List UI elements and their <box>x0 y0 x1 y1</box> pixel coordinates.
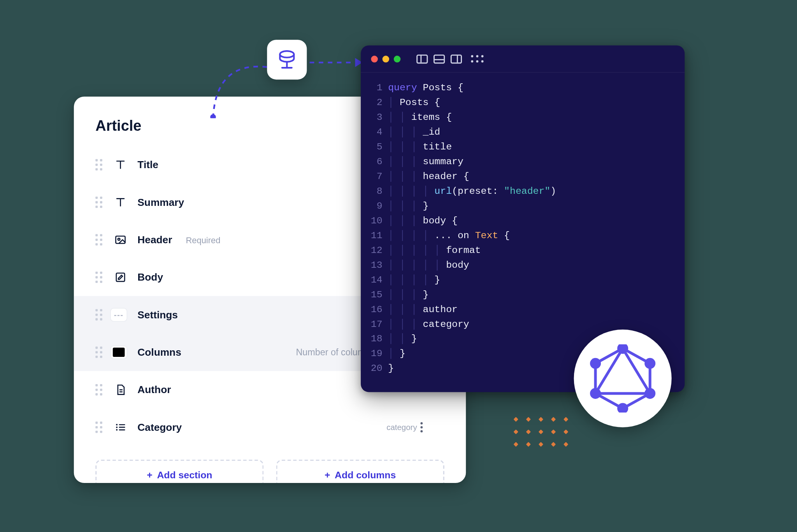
image-icon <box>114 233 127 247</box>
text-icon <box>114 158 127 172</box>
drag-handle-icon[interactable] <box>95 159 103 170</box>
svg-point-18 <box>590 358 601 369</box>
svg-rect-3 <box>113 348 125 357</box>
add-columns-label: Add columns <box>335 470 396 481</box>
drag-handle-icon[interactable] <box>95 272 103 283</box>
plus-icon: + <box>147 470 153 481</box>
graphql-badge <box>574 330 672 427</box>
field-row-category[interactable]: Categorycategory <box>74 409 466 446</box>
drag-handle-icon[interactable] <box>95 421 103 433</box>
database-icon <box>276 49 298 70</box>
code-titlebar <box>361 46 685 73</box>
text-icon <box>114 195 127 209</box>
field-tag: category <box>386 423 417 432</box>
plus-icon: + <box>325 470 330 481</box>
field-label: Settings <box>137 309 178 321</box>
add-section-label: Add section <box>157 470 212 481</box>
edit-icon <box>114 270 127 284</box>
field-label: Body <box>137 271 163 283</box>
field-label: Header <box>137 234 172 246</box>
window-traffic-lights[interactable] <box>371 55 400 62</box>
svg-rect-2 <box>116 273 125 281</box>
drag-handle-icon[interactable] <box>95 384 103 395</box>
field-label: Title <box>137 159 158 171</box>
svg-point-5 <box>116 427 118 428</box>
add-columns-button[interactable]: + Add columns <box>276 460 444 483</box>
layout-toggles[interactable] <box>416 54 462 63</box>
dash-icon: --- <box>110 308 127 321</box>
connector-arrow-right <box>307 54 363 71</box>
drag-handle-icon[interactable] <box>95 347 103 358</box>
drag-handle-icon[interactable] <box>95 197 103 208</box>
svg-point-8 <box>280 51 294 58</box>
list-icon <box>114 420 127 434</box>
svg-point-1 <box>118 238 120 240</box>
columns-icon <box>110 346 127 359</box>
layout-right-icon[interactable] <box>451 54 462 63</box>
layout-left-icon[interactable] <box>416 54 428 63</box>
kebab-menu-icon[interactable] <box>420 422 423 432</box>
minimize-dot[interactable] <box>383 55 390 62</box>
close-dot[interactable] <box>371 55 378 62</box>
add-section-button[interactable]: + Add section <box>95 460 263 483</box>
field-label: Author <box>137 384 171 396</box>
code-content[interactable]: query Posts { │ Posts { │ │ items { │ │ … <box>388 81 685 376</box>
database-badge <box>267 40 307 79</box>
svg-point-4 <box>116 424 118 425</box>
svg-point-16 <box>617 403 628 413</box>
grid-handle-icon[interactable] <box>471 55 483 63</box>
field-label: Columns <box>137 346 181 358</box>
zoom-dot[interactable] <box>394 55 401 62</box>
line-number-gutter: 1234567891011121314151617181920 <box>361 81 388 376</box>
svg-marker-12 <box>595 348 650 393</box>
doc-icon <box>114 383 127 397</box>
graphql-icon <box>589 344 657 413</box>
svg-point-15 <box>644 388 655 399</box>
svg-point-6 <box>116 429 118 431</box>
drag-handle-icon[interactable] <box>95 234 103 246</box>
drag-handle-icon[interactable] <box>95 309 103 320</box>
decorative-dot-pattern <box>514 418 570 448</box>
svg-point-17 <box>590 388 601 399</box>
field-label: Summary <box>137 196 184 208</box>
svg-point-14 <box>644 358 655 369</box>
field-meta: Required <box>186 235 220 245</box>
field-label: Category <box>137 421 182 434</box>
layout-bottom-icon[interactable] <box>434 54 445 63</box>
